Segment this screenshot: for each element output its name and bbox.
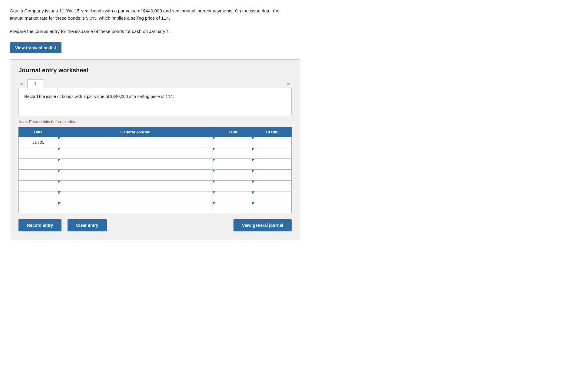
cell-marker-icon [252, 159, 255, 161]
date-cell-2 [19, 159, 58, 170]
note-text: Note: Enter debits before credits. [18, 119, 292, 124]
date-cell-4 [19, 181, 58, 191]
cell-marker-icon [58, 181, 61, 183]
table-row [19, 148, 292, 159]
cell-marker-icon [213, 159, 215, 161]
cell-marker-icon [213, 202, 215, 205]
tab-nav: < 1 > [18, 79, 292, 88]
table-row [19, 159, 292, 170]
view-transaction-button[interactable]: View transaction list [10, 42, 61, 53]
cell-marker-icon [252, 148, 255, 150]
credit-input-5[interactable] [254, 194, 290, 200]
cell-marker-icon [252, 137, 255, 139]
journal-input-4[interactable] [60, 183, 211, 189]
credit-cell-6[interactable] [252, 202, 292, 213]
credit-cell-1[interactable] [252, 148, 292, 159]
journal-table: Date General Journal Debit Credit Jan 01 [18, 127, 292, 213]
table-row [19, 191, 292, 202]
prepare-text: Prepare the journal entry for the issuan… [10, 28, 569, 35]
cell-marker-icon [252, 202, 255, 205]
cell-marker-icon [213, 148, 215, 150]
tab-1[interactable]: 1 [27, 79, 44, 88]
cell-marker-icon [213, 137, 215, 139]
date-cell-1 [19, 148, 58, 159]
problem-text-line1: Garcia Company issues 11.0%, 15-year bon… [10, 8, 280, 13]
prev-tab-button[interactable]: < [18, 80, 25, 88]
credit-cell-2[interactable] [252, 159, 292, 170]
cell-marker-icon [58, 148, 61, 150]
journal-input-0[interactable] [60, 139, 211, 145]
cell-marker-icon [58, 137, 61, 139]
problem-text: Garcia Company issues 11.0%, 15-year bon… [10, 7, 343, 22]
cell-marker-icon [252, 170, 255, 172]
debit-cell-6[interactable] [213, 202, 252, 213]
credit-input-4[interactable] [254, 183, 290, 189]
journal-cell-0[interactable] [58, 137, 213, 148]
credit-cell-0[interactable] [252, 137, 292, 148]
journal-input-1[interactable] [60, 150, 211, 156]
debit-input-1[interactable] [215, 150, 250, 156]
journal-cell-3[interactable] [58, 170, 213, 181]
bottom-buttons: Record entry Clear entry View general jo… [18, 219, 292, 231]
cell-marker-icon [58, 191, 61, 194]
date-cell-0: Jan 01 [19, 137, 58, 148]
journal-input-3[interactable] [60, 172, 211, 178]
credit-input-1[interactable] [254, 150, 290, 156]
col-header-general-journal: General Journal [58, 127, 213, 137]
table-row [19, 170, 292, 181]
cell-marker-icon [58, 202, 61, 205]
credit-input-2[interactable] [254, 161, 290, 167]
description-box: Record the issue of bonds with a par val… [18, 88, 292, 115]
prepare-instruction: Prepare the journal entry for the issuan… [10, 29, 170, 34]
credit-input-0[interactable] [254, 139, 290, 145]
credit-cell-5[interactable] [252, 191, 292, 202]
journal-input-5[interactable] [60, 194, 211, 200]
date-cell-5 [19, 191, 58, 202]
journal-cell-1[interactable] [58, 148, 213, 159]
problem-text-line2: annual market rate for these bonds is 9.… [10, 15, 170, 21]
journal-cell-2[interactable] [58, 159, 213, 170]
journal-input-6[interactable] [60, 205, 211, 211]
record-entry-button[interactable]: Record entry [18, 219, 61, 231]
cell-marker-icon [213, 191, 215, 194]
view-general-journal-button[interactable]: View general journal [233, 219, 292, 231]
date-cell-3 [19, 170, 58, 181]
credit-cell-3[interactable] [252, 170, 292, 181]
journal-cell-6[interactable] [58, 202, 213, 213]
cell-marker-icon [213, 170, 215, 172]
journal-cell-5[interactable] [58, 191, 213, 202]
cell-marker-icon [252, 191, 255, 194]
date-cell-6 [19, 202, 58, 213]
col-header-date: Date [19, 127, 58, 137]
debit-input-4[interactable] [215, 183, 250, 189]
debit-input-2[interactable] [215, 161, 250, 167]
col-header-debit: Debit [213, 127, 252, 137]
debit-cell-5[interactable] [213, 191, 252, 202]
debit-input-5[interactable] [215, 194, 250, 200]
description-text: Record the issue of bonds with a par val… [24, 94, 174, 99]
cell-marker-icon [58, 159, 61, 161]
col-header-credit: Credit [252, 127, 292, 137]
debit-cell-4[interactable] [213, 181, 252, 191]
debit-input-6[interactable] [215, 205, 250, 211]
debit-cell-2[interactable] [213, 159, 252, 170]
debit-input-0[interactable] [215, 139, 250, 145]
debit-input-3[interactable] [215, 172, 250, 178]
debit-cell-3[interactable] [213, 170, 252, 181]
table-row [19, 202, 292, 213]
journal-cell-4[interactable] [58, 181, 213, 191]
clear-entry-button[interactable]: Clear entry [68, 219, 107, 231]
cell-marker-icon [58, 170, 61, 172]
worksheet-title: Journal entry worksheet [18, 67, 292, 74]
table-row: Jan 01 [19, 137, 292, 148]
worksheet-container: Journal entry worksheet < 1 > Record the… [10, 59, 300, 240]
cell-marker-icon [213, 181, 215, 183]
next-tab-button[interactable]: > [285, 80, 292, 88]
debit-cell-1[interactable] [213, 148, 252, 159]
cell-marker-icon [252, 181, 255, 183]
journal-input-2[interactable] [60, 161, 211, 167]
credit-cell-4[interactable] [252, 181, 292, 191]
debit-cell-0[interactable] [213, 137, 252, 148]
credit-input-6[interactable] [254, 205, 290, 211]
credit-input-3[interactable] [254, 172, 290, 178]
